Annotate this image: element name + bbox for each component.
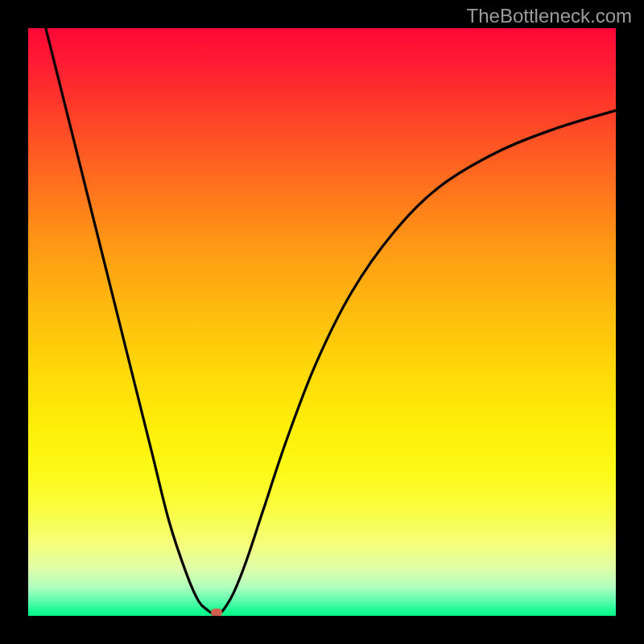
chart-frame: TheBottleneck.com — [0, 0, 644, 644]
watermark-text: TheBottleneck.com — [467, 5, 632, 27]
curve-path — [46, 28, 616, 616]
minimum-marker — [211, 609, 222, 616]
bottleneck-curve — [28, 28, 616, 616]
plot-area — [28, 28, 616, 616]
